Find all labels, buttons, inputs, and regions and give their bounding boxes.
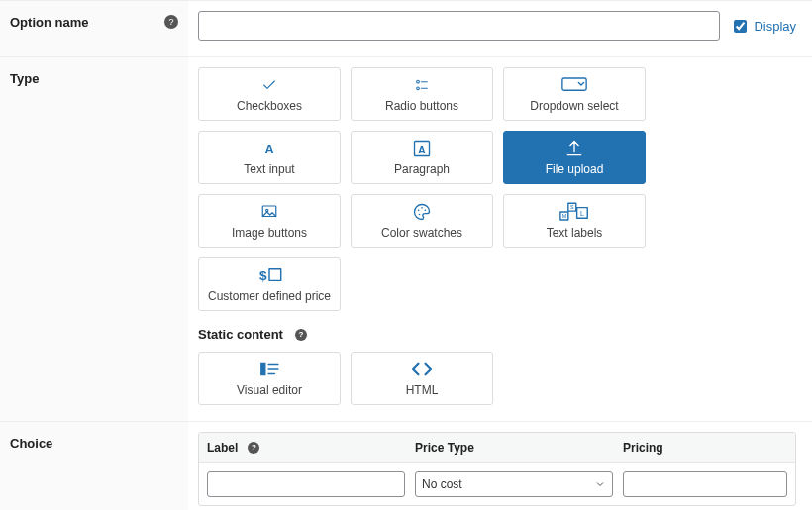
choice-label: Choice (10, 436, 178, 451)
display-checkbox-wrap[interactable]: Display (730, 17, 796, 36)
upload-icon (564, 139, 584, 158)
type-tile-checkboxes[interactable]: Checkboxes (198, 67, 341, 121)
choice-header-pricing: Pricing (623, 441, 787, 455)
letter-a-icon: A (261, 139, 277, 158)
tile-caption: Paragraph (394, 162, 450, 176)
choice-data-row: No cost (199, 463, 795, 505)
svg-text:A: A (264, 142, 274, 156)
help-icon[interactable]: ? (295, 329, 307, 341)
row-choice: Choice Label ? Price Type Pricing No cos… (0, 421, 812, 510)
type-tile-text-input[interactable]: AText input (198, 131, 341, 184)
choice-header-row: Label ? Price Type Pricing (199, 433, 795, 463)
content-type: CheckboxesRadio buttonsDropdown selectAT… (188, 57, 812, 421)
svg-point-12 (425, 210, 427, 212)
svg-text:A: A (418, 144, 426, 155)
type-tile-dropdown[interactable]: Dropdown select (503, 67, 646, 121)
choice-table: Label ? Price Type Pricing No cost (198, 432, 796, 506)
type-tile-image-buttons[interactable]: Image buttons (198, 194, 341, 248)
row-type: Type CheckboxesRadio buttonsDropdown sel… (0, 56, 812, 421)
help-icon[interactable]: ? (164, 15, 178, 29)
choice-header-label: Label ? (207, 441, 405, 455)
sml-icon: SML (559, 202, 589, 222)
tile-caption: Color swatches (381, 226, 462, 240)
tile-caption: Dropdown select (530, 99, 618, 113)
svg-text:S: S (570, 204, 574, 210)
display-checkbox[interactable] (734, 20, 747, 33)
help-icon[interactable]: ? (248, 442, 259, 454)
svg-rect-21 (269, 269, 281, 281)
label-col-choice: Choice (0, 422, 188, 510)
svg-point-9 (266, 209, 268, 211)
svg-point-0 (417, 80, 420, 83)
static-content-heading: Static content ? (198, 327, 796, 342)
svg-text:$: $ (259, 268, 267, 283)
svg-point-2 (417, 87, 420, 90)
content-option-name: Display (188, 1, 812, 56)
pricing-input[interactable] (623, 471, 787, 497)
choice-header-price-type: Price Type (415, 441, 613, 455)
svg-text:L: L (580, 210, 584, 217)
radio-list-icon (412, 75, 432, 95)
type-tile-paragraph[interactable]: AParagraph (351, 131, 493, 184)
tile-caption: HTML (406, 383, 439, 397)
static-tile-grid: Visual editorHTML (198, 352, 796, 405)
choice-label-input[interactable] (207, 471, 405, 497)
svg-point-10 (418, 210, 420, 212)
image-icon (259, 202, 279, 222)
option-name-input[interactable] (198, 11, 720, 41)
letter-a-box-icon: A (412, 139, 432, 158)
dollar-box-icon: $ (254, 265, 284, 285)
svg-point-13 (419, 214, 421, 216)
dropdown-icon (561, 75, 587, 95)
palette-icon (411, 202, 433, 222)
check-icon (259, 75, 279, 95)
type-tile-visual-editor[interactable]: Visual editor (198, 352, 341, 405)
tile-caption: Image buttons (232, 226, 307, 240)
tile-caption: File upload (546, 162, 604, 176)
svg-point-11 (421, 207, 423, 209)
label-col-type: Type (0, 57, 188, 421)
tile-caption: Visual editor (237, 383, 302, 397)
label-col-option-name: Option name ? (0, 1, 188, 56)
tile-caption: Checkboxes (237, 99, 302, 113)
display-checkbox-label: Display (754, 19, 796, 34)
type-label: Type (10, 71, 178, 86)
svg-text:M: M (562, 213, 566, 219)
editor-icon (258, 359, 280, 379)
price-type-select[interactable]: No cost (415, 471, 613, 497)
type-tile-customer-price[interactable]: $Customer defined price (198, 257, 341, 311)
tile-caption: Text labels (547, 226, 603, 240)
option-name-label: Option name (10, 15, 158, 30)
type-tile-grid: CheckboxesRadio buttonsDropdown selectAT… (198, 67, 796, 311)
svg-rect-22 (260, 363, 265, 375)
chevron-down-icon (594, 478, 606, 490)
price-type-value: No cost (422, 477, 594, 491)
tile-caption: Radio buttons (385, 99, 458, 113)
code-icon (409, 359, 435, 379)
row-option-name: Option name ? Display (0, 0, 812, 56)
content-choice: Label ? Price Type Pricing No cost (188, 422, 812, 510)
tile-caption: Customer defined price (208, 289, 331, 303)
type-tile-text-labels[interactable]: SMLText labels (503, 194, 646, 248)
type-tile-color-swatches[interactable]: Color swatches (351, 194, 493, 248)
type-tile-html[interactable]: HTML (351, 352, 493, 405)
type-tile-file-upload[interactable]: File upload (503, 131, 646, 184)
tile-caption: Text input (244, 162, 294, 176)
type-tile-radio[interactable]: Radio buttons (351, 67, 493, 121)
